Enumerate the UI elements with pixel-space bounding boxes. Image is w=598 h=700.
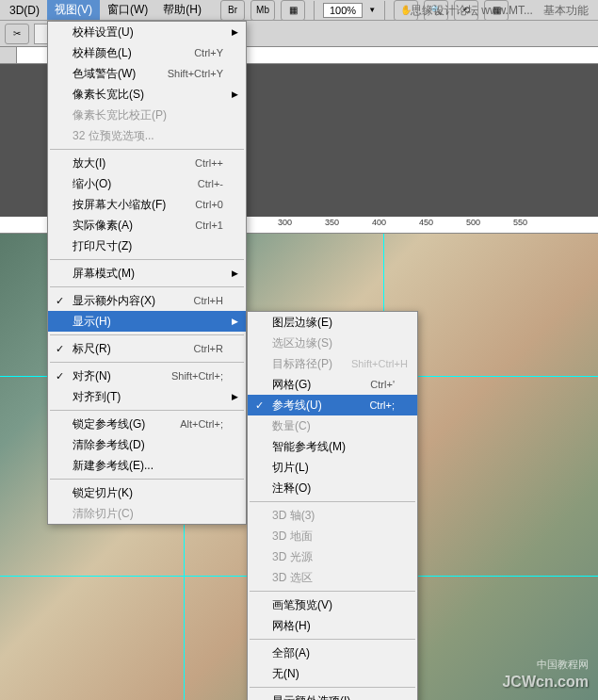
mb-button[interactable]: Mb	[251, 0, 275, 21]
screen-mode-button[interactable]: ▦	[281, 0, 305, 21]
menu-shortcut: Ctrl+Y	[194, 47, 223, 58]
menu-item[interactable]: 画笔预览(V)	[248, 594, 417, 615]
menu-item: 选区边缘(S)	[248, 333, 417, 353]
submenu-arrow-icon: ▶	[232, 317, 238, 326]
menu-item-label: 打印尺寸(Z)	[73, 238, 223, 254]
menu-shortcut: Shift+Ctrl+;	[171, 370, 223, 382]
menu-item[interactable]: 色域警告(W)Shift+Ctrl+Y	[48, 63, 246, 84]
menu-shortcut: Ctrl+R	[194, 343, 223, 354]
check-icon: ✓	[255, 399, 264, 412]
menu-item-label: 新建参考线(E)...	[73, 458, 223, 474]
ruler-tick-label: 550	[513, 218, 527, 227]
menu-item-label: 网格(G)	[272, 377, 351, 393]
menu-shortcut: Ctrl+0	[195, 199, 223, 210]
menu-item[interactable]: 全部(A)	[248, 643, 417, 663]
menu-item-label: 对齐(N)	[73, 368, 153, 384]
submenu-arrow-icon: ▶	[232, 90, 238, 99]
menu-item[interactable]: 注释(O)	[248, 478, 417, 498]
submenu-arrow-icon: ▶	[232, 269, 238, 278]
menu-separator	[50, 286, 244, 287]
menu-item-label: 画笔预览(V)	[272, 597, 395, 613]
menu-item-label: 智能参考线(M)	[272, 439, 395, 455]
ruler-origin[interactable]	[0, 47, 17, 64]
menu-item[interactable]: 放大(I)Ctrl++	[48, 153, 246, 173]
menu-item-label: 注释(O)	[272, 480, 395, 497]
ruler-tick-label: 450	[419, 218, 433, 227]
menu-view[interactable]: 视图(V)	[47, 0, 100, 20]
menu-item-label: 目标路径(P)	[272, 356, 332, 372]
menu-item[interactable]: 新建参考线(E)...	[48, 455, 246, 476]
menu-item-label: 清除参考线(D)	[73, 437, 223, 453]
menu-item[interactable]: 实际像素(A)Ctrl+1	[48, 215, 246, 236]
menu-item[interactable]: 图层边缘(E)	[248, 312, 417, 333]
menu-item[interactable]: 屏幕模式(M)▶	[48, 263, 246, 284]
menu-item[interactable]: 锁定参考线(G)Alt+Ctrl+;	[48, 414, 246, 434]
menu-item[interactable]: 像素长宽比(S)▶	[48, 84, 246, 105]
menu-item[interactable]: ✓参考线(U)Ctrl+;	[248, 395, 417, 415]
menu-separator	[50, 362, 244, 363]
view-menu-dropdown: 校样设置(U)▶校样颜色(L)Ctrl+Y色域警告(W)Shift+Ctrl+Y…	[47, 21, 247, 525]
menu-separator	[250, 501, 415, 502]
check-icon: ✓	[56, 370, 64, 383]
menu-item[interactable]: 网格(H)	[248, 615, 417, 636]
menu-shortcut: Ctrl+'	[370, 379, 395, 390]
menu-item[interactable]: 打印尺寸(Z)	[48, 236, 246, 256]
menu-item-label: 3D 轴(3)	[272, 508, 395, 524]
menu-item-label: 32 位预览选项...	[73, 128, 223, 144]
menubar: 3D(D) 视图(V) 窗口(W) 帮助(H) Br Mb ▦ 100% ▼ ✋…	[0, 0, 598, 21]
ruler-tick-label: 350	[325, 218, 339, 227]
menu-item[interactable]: 按屏幕大小缩放(F)Ctrl+0	[48, 194, 246, 215]
menu-item[interactable]: 锁定切片(K)	[48, 482, 246, 503]
menu-item[interactable]: 校样设置(U)▶	[48, 22, 246, 42]
tool-preset-icon[interactable]: ✂	[5, 24, 29, 44]
menu-item-label: 缩小(O)	[73, 176, 179, 192]
menu-item-label: 网格(H)	[272, 618, 395, 634]
menu-item[interactable]: 智能参考线(M)	[248, 436, 417, 457]
menu-item: 3D 选区	[248, 567, 417, 588]
menu-item-label: 校样设置(U)	[73, 24, 223, 41]
menu-item-label: 数量(C)	[272, 418, 395, 434]
menu-help[interactable]: 帮助(H)	[155, 0, 209, 20]
menu-item[interactable]: 显示(H)▶	[48, 311, 246, 332]
menu-item[interactable]: 缩小(O)Ctrl+-	[48, 173, 246, 194]
menu-item: 3D 光源	[248, 546, 417, 567]
menu-item-label: 标尺(R)	[73, 341, 175, 357]
menu-shortcut: Shift+Ctrl+Y	[168, 68, 223, 79]
menu-item[interactable]: 显示额外选项(I)...	[248, 691, 417, 700]
zoom-level[interactable]: 100%	[323, 3, 363, 18]
menu-item[interactable]: 对齐到(T)▶	[48, 386, 246, 407]
menu-shortcut: Ctrl++	[195, 157, 223, 169]
watermark-main: JCWcn.com	[502, 674, 589, 691]
bridge-button[interactable]: Br	[220, 0, 245, 21]
menu-3d[interactable]: 3D(D)	[2, 2, 47, 19]
menu-item[interactable]: 切片(L)	[248, 457, 417, 478]
menu-separator	[250, 591, 415, 592]
menu-item-label: 实际像素(A)	[73, 218, 176, 234]
menu-item[interactable]: 网格(G)Ctrl+'	[248, 374, 417, 395]
menu-item-label: 图层边缘(E)	[272, 315, 395, 331]
menu-item[interactable]: 清除参考线(D)	[48, 434, 246, 455]
zoom-dropdown-icon[interactable]: ▼	[368, 6, 376, 14]
menu-item[interactable]: ✓标尺(R)Ctrl+R	[48, 338, 246, 359]
menu-item-label: 3D 选区	[272, 570, 395, 586]
menu-item: 32 位预览选项...	[48, 125, 246, 146]
menu-item[interactable]: ✓对齐(N)Shift+Ctrl+;	[48, 366, 246, 386]
menu-item: 像素长宽比校正(P)	[48, 105, 246, 125]
menu-separator	[50, 479, 244, 480]
menu-item-label: 选区边缘(S)	[272, 335, 395, 351]
ruler-tick-label: 400	[372, 218, 386, 227]
menu-item[interactable]: 无(N)	[248, 663, 417, 684]
menu-item-label: 3D 光源	[272, 549, 395, 565]
menu-shortcut: Ctrl+1	[195, 220, 223, 231]
menu-item[interactable]: 校样颜色(L)Ctrl+Y	[48, 42, 246, 63]
menu-item-label: 显示(H)	[73, 314, 223, 330]
menu-item-label: 清除切片(C)	[73, 506, 223, 522]
menu-shortcut: Ctrl+-	[198, 178, 223, 189]
submenu-arrow-icon: ▶	[232, 392, 238, 401]
menu-item[interactable]: ✓显示额外内容(X)Ctrl+H	[48, 290, 246, 311]
menu-item-label: 校样颜色(L)	[73, 45, 175, 61]
menu-window[interactable]: 窗口(W)	[100, 0, 155, 20]
menu-item-label: 锁定切片(K)	[73, 485, 223, 501]
check-icon: ✓	[56, 343, 64, 355]
menu-item: 数量(C)	[248, 415, 417, 436]
